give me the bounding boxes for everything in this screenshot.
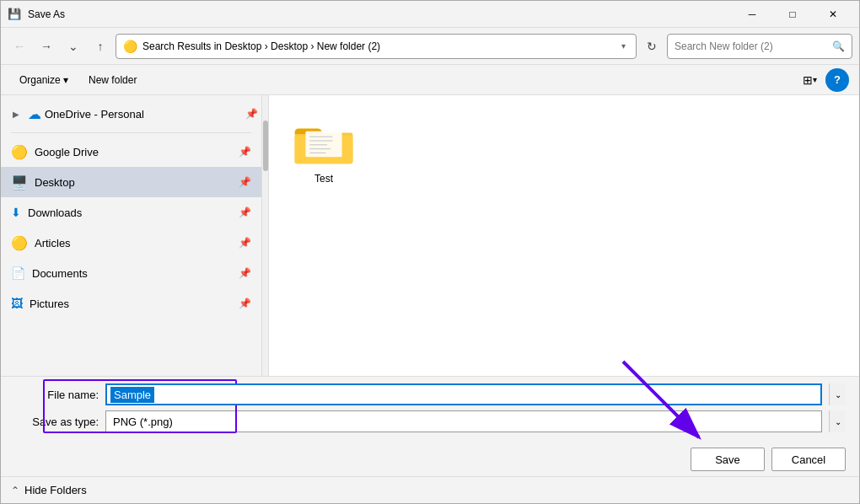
sidebar-item-articles[interactable]: 🟡 Articles 📌 [1, 228, 261, 258]
filename-label: File name: [14, 389, 99, 401]
maximize-button[interactable]: □ [773, 2, 812, 27]
sidebar-item-label-desktop: Desktop [35, 176, 232, 189]
filename-input-wrapper[interactable]: Sample [105, 383, 822, 405]
hide-folders-label: Hide Folders [24, 484, 87, 496]
view-button[interactable]: ⊞ ▾ [797, 68, 822, 92]
address-bar: ← → ⌄ ↑ 🟡 Search Results in Desktop › De… [1, 28, 859, 65]
main-content: ▶ ☁ OneDrive - Personal 📌 🟡 Google Drive… [1, 95, 859, 376]
pictures-pin-icon: 📌 [239, 298, 251, 309]
expand-icon: ▶ [8, 105, 24, 122]
sidebar-item-label-google-drive: Google Drive [35, 146, 232, 158]
sidebar-item-documents[interactable]: 📄 Documents 📌 [1, 258, 261, 288]
organize-button[interactable]: Organize ▾ [11, 68, 77, 92]
filetype-label: Save as type: [14, 416, 99, 428]
sidebar-item-label-downloads: Downloads [28, 206, 232, 219]
sidebar-scrollbar[interactable] [262, 95, 269, 376]
toolbar-right: ⊞ ▾ ? [797, 68, 849, 92]
onedrive-pin-icon: 📌 [245, 108, 258, 120]
view-dropdown-icon: ▾ [813, 75, 817, 84]
articles-icon: 🟡 [11, 235, 28, 251]
dropdown-button[interactable]: ⌄ [62, 35, 85, 58]
close-button[interactable]: ✕ [814, 2, 852, 27]
view-icon: ⊞ [803, 73, 813, 87]
onedrive-icon: ☁ [28, 106, 41, 122]
window-controls: ─ □ ✕ [733, 2, 852, 27]
sidebar-item-label-articles: Articles [35, 237, 232, 249]
back-button[interactable]: ← [8, 35, 31, 58]
search-icon: 🔍 [832, 40, 845, 52]
file-item-test[interactable]: Test [286, 112, 362, 191]
save-button[interactable]: Save [691, 448, 765, 471]
documents-pin-icon: 📌 [239, 267, 251, 279]
test-folder-label: Test [314, 173, 333, 185]
forms-container: File name: Sample ⌄ Save as type: PNG (*… [1, 376, 859, 503]
downloads-pin-icon: 📌 [239, 206, 251, 218]
file-name-row: File name: Sample ⌄ [14, 383, 846, 405]
minimize-button[interactable]: ─ [733, 2, 771, 27]
desktop-pin-icon: 📌 [239, 176, 251, 188]
test-folder-icon [293, 119, 354, 169]
help-button[interactable]: ? [825, 68, 849, 92]
file-grid: Test [286, 112, 842, 191]
file-type-row: Save as type: PNG (*.png) ⌄ [14, 410, 846, 432]
search-input[interactable] [675, 40, 829, 52]
address-box[interactable]: 🟡 Search Results in Desktop › Desktop › … [116, 34, 637, 59]
filename-dropdown-arrow[interactable]: ⌄ [829, 383, 846, 405]
bottom-area: File name: Sample ⌄ Save as type: PNG (*… [1, 376, 859, 439]
sidebar: ▶ ☁ OneDrive - Personal 📌 🟡 Google Drive… [1, 95, 262, 376]
hide-folders-row[interactable]: ⌃ Hide Folders [1, 476, 859, 503]
google-drive-icon: 🟡 [11, 144, 28, 160]
action-row: Save Cancel [1, 439, 859, 476]
title-bar: 💾 Save As ─ □ ✕ [1, 1, 859, 28]
sidebar-item-label-pictures: Pictures [30, 298, 232, 310]
address-dropdown-icon[interactable]: ▾ [618, 41, 629, 51]
filename-input[interactable] [154, 385, 820, 404]
forward-button[interactable]: → [35, 35, 58, 58]
pictures-icon: 🖼 [11, 297, 23, 310]
google-drive-pin-icon: 📌 [239, 146, 251, 158]
up-button[interactable]: ↑ [89, 35, 112, 58]
hide-folders-arrow-icon: ⌃ [11, 485, 19, 496]
sidebar-item-pictures[interactable]: 🖼 Pictures 📌 [1, 288, 261, 319]
sidebar-item-downloads[interactable]: ⬇ Downloads 📌 [1, 197, 261, 228]
filetype-dropdown-arrow[interactable]: ⌄ [829, 410, 846, 432]
sidebar-item-google-drive[interactable]: 🟡 Google Drive 📌 [1, 137, 261, 167]
desktop-icon: 🖥️ [11, 174, 28, 190]
sidebar-item-label-documents: Documents [32, 267, 232, 280]
toolbar: Organize ▾ New folder ⊞ ▾ ? [1, 65, 859, 95]
articles-pin-icon: 📌 [239, 237, 251, 249]
address-path: Search Results in Desktop › Desktop › Ne… [142, 40, 613, 52]
window-title: Save As [28, 8, 733, 20]
new-folder-button[interactable]: New folder [80, 68, 145, 92]
filetype-value: PNG (*.png) [105, 410, 822, 432]
filename-selected-text: Sample [110, 387, 154, 403]
sidebar-scrollbar-thumb [263, 121, 268, 171]
onedrive-label: OneDrive - Personal [45, 108, 242, 121]
sidebar-separator-1 [11, 132, 251, 133]
window-icon: 💾 [8, 8, 21, 21]
file-area: Test [269, 95, 859, 376]
downloads-icon: ⬇ [11, 206, 21, 219]
folder-icon: 🟡 [123, 40, 137, 53]
documents-icon: 📄 [11, 266, 25, 280]
search-box[interactable]: 🔍 [667, 34, 852, 59]
sidebar-item-desktop[interactable]: 🖥️ Desktop 📌 [1, 167, 261, 197]
cancel-button[interactable]: Cancel [771, 448, 846, 471]
refresh-button[interactable]: ↻ [640, 35, 664, 58]
sidebar-item-onedrive[interactable]: ▶ ☁ OneDrive - Personal 📌 [1, 99, 261, 129]
